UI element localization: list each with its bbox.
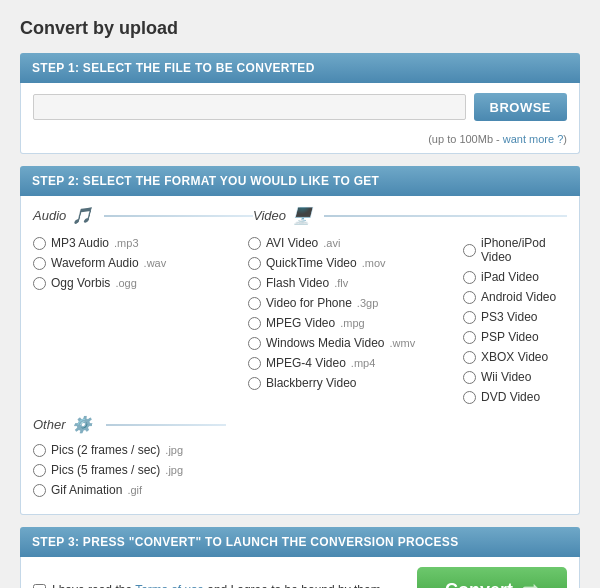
page-wrapper: Convert by upload STEP 1: SELECT THE FIL… <box>0 0 600 588</box>
video-formats-col: AVI Video .avi QuickTime Video .mov Flas… <box>248 233 463 407</box>
format-wav: Waveform Audio .wav <box>33 253 248 273</box>
step1-content: BROWSE <box>21 83 579 131</box>
format-mov-radio[interactable] <box>248 257 261 270</box>
other-icon: ⚙️ <box>72 415 92 434</box>
audio-icon: 🎵 <box>72 206 92 225</box>
browse-button[interactable]: BROWSE <box>474 93 568 121</box>
format-mpg: MPEG Video .mpg <box>248 313 463 333</box>
format-flv: Flash Video .flv <box>248 273 463 293</box>
format-jpg5-radio[interactable] <box>33 464 46 477</box>
device-formats-col: iPhone/iPod Video iPad Video Android Vid… <box>463 233 567 407</box>
format-wav-radio[interactable] <box>33 257 46 270</box>
video-category: Video 🖥️ <box>253 206 567 225</box>
step1-header: STEP 1: SELECT THE FILE TO BE CONVERTED <box>20 53 580 83</box>
format-ps3: PS3 Video <box>463 307 567 327</box>
file-input-bar <box>33 94 466 120</box>
terms-check: I have read the Terms of use and I agree… <box>33 583 381 588</box>
format-psp-radio[interactable] <box>463 331 476 344</box>
video-divider <box>324 215 567 217</box>
format-gif-radio[interactable] <box>33 484 46 497</box>
step3-box: I have read the Terms of use and I agree… <box>20 557 580 588</box>
other-category: Other ⚙️ <box>33 415 567 434</box>
convert-button[interactable]: Convert ➦ <box>417 567 567 588</box>
format-avi-radio[interactable] <box>248 237 261 250</box>
format-ogg: Ogg Vorbis .ogg <box>33 273 248 293</box>
video-icon: 🖥️ <box>292 206 312 225</box>
format-ipad: iPad Video <box>463 267 567 287</box>
step2-box: Audio 🎵 Video 🖥️ <box>20 196 580 515</box>
other-formats-col: Pics (2 frames / sec) .jpg Pics (5 frame… <box>33 440 248 500</box>
terms-link[interactable]: Terms of use <box>135 583 204 588</box>
step3-section: STEP 3: PRESS "CONVERT" TO LAUNCH THE CO… <box>20 527 580 588</box>
format-mpg-radio[interactable] <box>248 317 261 330</box>
step1-note: (up to 100Mb - want more ?) <box>21 131 579 153</box>
audio-category: Audio 🎵 <box>33 206 253 225</box>
format-mp3: MP3 Audio .mp3 <box>33 233 248 253</box>
format-mov: QuickTime Video .mov <box>248 253 463 273</box>
format-blackberry-radio[interactable] <box>248 377 261 390</box>
format-flv-radio[interactable] <box>248 277 261 290</box>
format-ogg-radio[interactable] <box>33 277 46 290</box>
step3-content: I have read the Terms of use and I agree… <box>21 557 579 588</box>
audio-formats-col: MP3 Audio .mp3 Waveform Audio .wav Ogg V… <box>33 233 248 407</box>
video-label: Video 🖥️ <box>253 206 312 225</box>
step1-box: BROWSE (up to 100Mb - want more ?) <box>20 83 580 154</box>
format-mp3-radio[interactable] <box>33 237 46 250</box>
format-jpg2-radio[interactable] <box>33 444 46 457</box>
format-mp4: MPEG-4 Video .mp4 <box>248 353 463 373</box>
want-more-link[interactable]: want more ? <box>503 133 564 145</box>
formats-grid: MP3 Audio .mp3 Waveform Audio .wav Ogg V… <box>33 233 567 407</box>
audio-divider <box>104 215 253 217</box>
convert-arrow-icon: ➦ <box>521 577 539 588</box>
format-wmv-radio[interactable] <box>248 337 261 350</box>
format-jpg5: Pics (5 frames / sec) .jpg <box>33 460 248 480</box>
other-formats-grid: Pics (2 frames / sec) .jpg Pics (5 frame… <box>33 440 567 500</box>
format-android: Android Video <box>463 287 567 307</box>
format-wii-radio[interactable] <box>463 371 476 384</box>
format-android-radio[interactable] <box>463 291 476 304</box>
format-blackberry: Blackberry Video <box>248 373 463 393</box>
format-gif: Gif Animation .gif <box>33 480 248 500</box>
audio-label: Audio 🎵 <box>33 206 92 225</box>
format-iphone-radio[interactable] <box>463 244 476 257</box>
format-ps3-radio[interactable] <box>463 311 476 324</box>
format-dvd-radio[interactable] <box>463 391 476 404</box>
page-title: Convert by upload <box>20 18 580 39</box>
format-xbox-radio[interactable] <box>463 351 476 364</box>
format-iphone: iPhone/iPod Video <box>463 233 567 267</box>
step1-section: STEP 1: SELECT THE FILE TO BE CONVERTED … <box>20 53 580 154</box>
step2-header: STEP 2: SELECT THE FORMAT YOU WOULD LIKE… <box>20 166 580 196</box>
format-wmv: Windows Media Video .wmv <box>248 333 463 353</box>
format-3gp-radio[interactable] <box>248 297 261 310</box>
format-wii: Wii Video <box>463 367 567 387</box>
step2-section: STEP 2: SELECT THE FORMAT YOU WOULD LIKE… <box>20 166 580 515</box>
step2-content: Audio 🎵 Video 🖥️ <box>21 196 579 514</box>
format-xbox: XBOX Video <box>463 347 567 367</box>
format-mp4-radio[interactable] <box>248 357 261 370</box>
step3-header: STEP 3: PRESS "CONVERT" TO LAUNCH THE CO… <box>20 527 580 557</box>
format-dvd: DVD Video <box>463 387 567 407</box>
format-ipad-radio[interactable] <box>463 271 476 284</box>
format-jpg2: Pics (2 frames / sec) .jpg <box>33 440 248 460</box>
other-divider <box>106 424 226 426</box>
format-avi: AVI Video .avi <box>248 233 463 253</box>
terms-checkbox[interactable] <box>33 584 46 589</box>
format-psp: PSP Video <box>463 327 567 347</box>
format-3gp: Video for Phone .3gp <box>248 293 463 313</box>
